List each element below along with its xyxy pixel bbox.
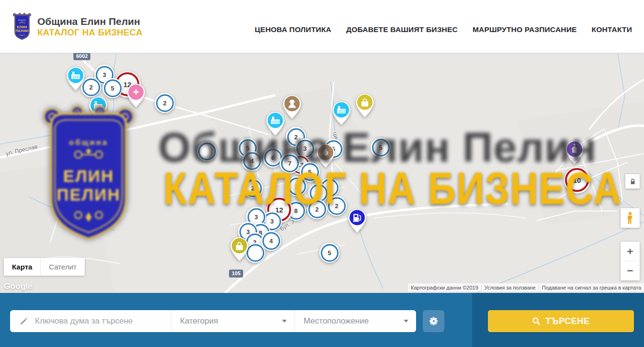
lock-button[interactable] (625, 174, 640, 189)
map-type-satellite-button[interactable]: Сателит (40, 258, 85, 276)
search-fields: Категория Местоположение (10, 310, 416, 332)
map-pin-marker-fuel[interactable] (347, 208, 368, 234)
map-cluster-marker[interactable]: 2 (327, 196, 347, 216)
map-cluster-marker[interactable]: 2 (243, 178, 263, 198)
chevron-down-icon (282, 320, 287, 323)
lock-icon (629, 178, 636, 185)
map-attribution: Картографски данни ©2019 Условия за полз… (408, 283, 644, 291)
cluster-count: 5 (372, 139, 390, 157)
category-select[interactable]: Категория (171, 310, 295, 332)
brand-subtitle: КАТАЛОГ НА БИЗНЕСА (37, 27, 143, 37)
plus-icon (125, 82, 147, 108)
map-pin-marker-factory[interactable] (265, 111, 286, 136)
header: Община Елин Пелин КАТАЛОГ НА БИЗНЕСА ЦЕН… (0, 0, 644, 53)
map-cluster-marker[interactable]: 7 (280, 153, 300, 173)
cluster-count: 5 (104, 79, 122, 97)
keyword-field[interactable] (10, 310, 171, 332)
cluster-count: 2 (308, 201, 326, 218)
cluster-count: 6 (264, 149, 282, 167)
map-pin-marker-shopping-bag[interactable] (354, 92, 375, 118)
gear-icon (429, 316, 439, 326)
zoom-in-button[interactable]: + (621, 242, 640, 261)
keyword-input[interactable] (34, 316, 156, 326)
map-cluster-marker[interactable]: 2 (155, 93, 175, 113)
map-pin-marker-flame[interactable] (315, 143, 336, 168)
map-type-map-button[interactable]: Карта (4, 258, 40, 276)
location-select[interactable]: Местоположение (295, 310, 416, 332)
search-bar-right-panel: ТЪРСЕНЕ (472, 293, 644, 347)
attribution-copyright: Картографски данни ©2019 (408, 285, 481, 291)
map-cluster-marker[interactable] (197, 141, 217, 161)
chevron-down-icon (404, 320, 408, 323)
main-nav: ЦЕНОВА ПОЛИТИКАДОБАВЕТЕ ВАШИЯТ БИЗНЕСМАР… (255, 25, 632, 34)
fuel-icon (347, 208, 368, 234)
map-cluster-marker[interactable]: 4 (242, 151, 262, 171)
road-number-badge: 105 (229, 269, 243, 278)
brand-text: Община Елин Пелин КАТАЛОГ НА БИЗНЕСА (37, 16, 143, 37)
page: Община Елин Пелин КАТАЛОГ НА БИЗНЕСА ЦЕН… (0, 0, 644, 347)
attribution-report-link[interactable]: Подаване на сигнал за грешка в картата (539, 285, 644, 291)
cluster-count: 5 (321, 244, 339, 262)
shopping-bag-icon (229, 236, 250, 262)
cluster-count: 7 (281, 155, 299, 172)
church-icon (564, 139, 585, 165)
map-type-control: Карта Сателит (4, 258, 85, 276)
nav-item-1[interactable]: ДОБАВЕТЕ ВАШИЯТ БИЗНЕС (346, 25, 458, 34)
pencil-icon (20, 317, 28, 325)
nav-item-0[interactable]: ЦЕНОВА ПОЛИТИКА (255, 25, 331, 34)
cluster-count: 4 (262, 232, 280, 250)
cluster-count: 10 (565, 168, 589, 192)
cluster-count (198, 143, 216, 160)
category-select-label: Категория (180, 316, 218, 326)
brand-title: Община Елин Пелин (37, 16, 143, 27)
attribution-terms-link[interactable]: Условия за ползване (481, 285, 539, 291)
factory-icon (88, 95, 109, 121)
map-pin-marker-plus[interactable] (125, 82, 147, 108)
shopping-bag-icon (354, 92, 375, 118)
zoom-out-button[interactable]: − (621, 261, 640, 280)
nav-item-2[interactable]: МАРШРУТНО РАЗПИСАНИЕ (473, 25, 577, 34)
municipality-crest-icon (12, 12, 32, 41)
map-cluster-marker[interactable]: 10 (564, 167, 590, 193)
map-pin-marker-factory[interactable] (331, 100, 352, 126)
google-logo[interactable]: Google (4, 282, 33, 291)
cluster-count: 2 (328, 197, 346, 215)
map-cluster-marker[interactable]: 5 (319, 243, 339, 263)
factory-icon (65, 66, 86, 91)
location-select-label: Местоположение (304, 316, 369, 326)
nav-item-3[interactable]: КОНТАКТИ (592, 25, 632, 34)
pegman-button[interactable] (621, 208, 640, 228)
search-button[interactable]: ТЪРСЕНЕ (488, 310, 634, 332)
cluster-count: 4 (243, 152, 261, 170)
cluster-count: 2 (288, 178, 306, 195)
search-icon (532, 317, 541, 325)
search-bar: ТЪРСЕНЕ Категория Местоположение (0, 293, 644, 347)
map-pin-marker-factory[interactable] (65, 66, 86, 91)
factory-icon (331, 100, 352, 126)
map-cluster-marker[interactable]: 2 (287, 176, 307, 196)
factory-icon (265, 111, 286, 136)
cluster-count: 2 (244, 179, 262, 197)
pegman-icon (625, 212, 635, 224)
search-button-label: ТЪРСЕНЕ (545, 316, 589, 326)
map-cluster-marker[interactable]: 5 (371, 137, 391, 157)
map-cluster-marker[interactable]: 2 (307, 199, 327, 219)
road-number-badge: 6002 (73, 53, 90, 60)
map-pin-marker-church[interactable] (564, 139, 585, 165)
zoom-control: + − (621, 242, 640, 280)
map-pin-marker-factory[interactable] (88, 95, 109, 121)
flame-icon (315, 143, 336, 168)
map-pin-marker-shopping-bag[interactable] (229, 236, 250, 262)
advanced-search-button[interactable] (423, 310, 444, 332)
cluster-count: 2 (156, 94, 174, 112)
map-canvas[interactable]: 6002105 ул. Преславбул. „Новоселции 3 12… (0, 53, 644, 293)
brand-logo[interactable]: Община Елин Пелин КАТАЛОГ НА БИЗНЕСА (12, 12, 143, 41)
